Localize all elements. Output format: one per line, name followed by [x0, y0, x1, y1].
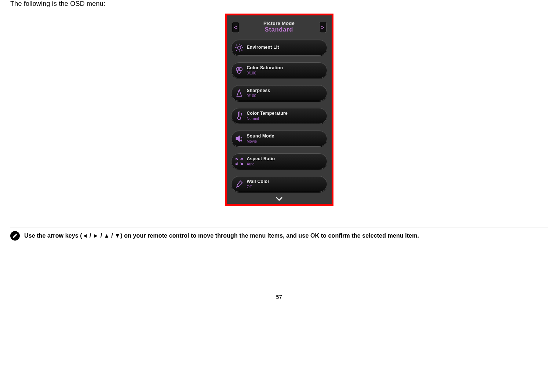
svg-line-5	[236, 45, 237, 45]
item-value: 0/100	[247, 94, 270, 98]
intro-text: The following is the OSD menu:	[10, 0, 558, 8]
svg-point-15	[240, 140, 241, 141]
sun-icon	[231, 40, 247, 55]
note-block: Use the arrow keys (◄ / ► / ▲ / ▼) on yo…	[10, 227, 548, 246]
next-arrow-button[interactable]: >	[319, 22, 327, 33]
item-value: 0/100	[247, 71, 283, 75]
svg-point-0	[237, 46, 241, 50]
thermometer-icon	[231, 108, 247, 124]
osd-header-value: Standard	[230, 26, 328, 33]
osd-item-sound-mode[interactable]: Sound Mode Movie	[231, 131, 327, 147]
svg-line-8	[241, 45, 242, 45]
note-text: Use the arrow keys (◄ / ► / ▲ / ▼) on yo…	[24, 232, 419, 239]
osd-header-title: Picture Mode	[230, 21, 328, 26]
item-label: Sharpness	[247, 88, 270, 93]
page-number: 57	[0, 294, 558, 300]
sound-icon	[231, 131, 247, 146]
osd-item-color-saturation[interactable]: Color Saturation 0/100	[231, 62, 327, 78]
item-value: Off	[247, 185, 270, 189]
sharpness-icon	[231, 85, 247, 101]
osd-header: < Picture Mode Standard >	[230, 21, 328, 33]
item-label: Aspect Ratio	[247, 157, 275, 161]
svg-line-6	[241, 50, 242, 51]
item-label: Color Saturation	[247, 66, 283, 70]
osd-item-sharpness[interactable]: Sharpness 0/100	[231, 85, 327, 101]
osd-item-color-temperature[interactable]: Color Temperature Normal	[231, 108, 327, 124]
note-suffix: ) on your remote control to move through…	[120, 232, 419, 239]
item-label: Wall Color	[247, 179, 270, 184]
item-label: Enviroment Lit	[247, 45, 279, 50]
item-value: Movie	[247, 139, 274, 143]
pencil-icon	[10, 231, 20, 241]
scroll-down-icon[interactable]	[230, 197, 328, 202]
osd-items: Enviroment Lit Color Saturation 0/100	[230, 40, 328, 192]
osd-item-aspect-ratio[interactable]: Aspect Ratio Auto	[231, 153, 327, 169]
item-value: Auto	[247, 162, 275, 166]
note-prefix: Use the arrow keys (	[24, 232, 82, 239]
osd-menu: < Picture Mode Standard > Enviroment Li	[225, 14, 333, 206]
aspect-ratio-icon	[231, 154, 247, 169]
saturation-icon	[231, 63, 247, 78]
osd-item-wall-color[interactable]: Wall Color Off	[231, 176, 327, 192]
brush-icon	[231, 176, 247, 192]
svg-line-7	[236, 50, 237, 51]
item-label: Color Temperature	[247, 111, 288, 116]
note-keys: ◄ / ► / ▲ / ▼	[82, 232, 121, 239]
osd-item-environment-lit[interactable]: Enviroment Lit	[231, 40, 327, 56]
item-value: Normal	[247, 117, 288, 121]
prev-arrow-button[interactable]: <	[232, 22, 239, 33]
item-label: Sound Mode	[247, 134, 274, 139]
